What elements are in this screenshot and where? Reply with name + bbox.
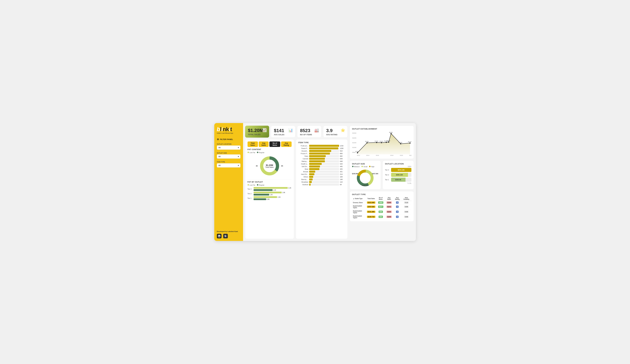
item-bar-harddrink: Hard Dri... 214 <box>298 173 345 175</box>
outlet-size-select[interactable]: All ▾ <box>217 154 240 159</box>
tab-avg-rating[interactable]: Avg Rating <box>281 142 292 147</box>
item-type-title: ITEM TYPE <box>298 142 345 144</box>
avg-rating-super2: 4 <box>393 209 402 214</box>
tab-avg-sales[interactable]: Avg Sales <box>259 142 268 147</box>
kpi-no-items: 🏭 8523 NO OF ITEMS <box>297 126 322 138</box>
outlet-type-super3: Supermarket Type3 <box>352 214 366 219</box>
avg-rating-icon: ⭐ <box>340 128 345 133</box>
linkedin-icon[interactable] <box>217 234 222 238</box>
svg-point-11 <box>381 142 382 143</box>
svg-text:2016: 2016 <box>376 155 379 156</box>
kpi-total-sales: 📈 $1.20M TOTAL SALES <box>245 126 269 138</box>
outlet-type-card: OUTLET TYPE ▲ Outlet Type Total Sales No… <box>350 191 414 221</box>
loc-tier3-row: Tier 3 $472.13K <box>385 168 412 172</box>
establishment-chart-svg: $250K $200K $150K $100K $50K <box>352 131 412 157</box>
svg-point-14 <box>390 133 392 134</box>
item-type-card: ITEM TYPE Fruits an... 1232 Snack F... 1… <box>296 139 348 239</box>
sidebar: blinkit India's Last Minute App ⚙ FILTER… <box>214 123 243 241</box>
outlet-establishment-card: OUTLET ESTABLISHMENT $250K $200K $150K $… <box>350 126 414 159</box>
tab-row: Total Sales Avg Sales No of Items Avg Ra… <box>248 142 292 147</box>
svg-text:2014: 2014 <box>366 155 369 156</box>
item-bar-fruits: Fruits an... 1232 <box>298 145 345 147</box>
avg-sales-super2: $142 <box>385 209 393 214</box>
visibility-super2: 0.06 <box>402 209 412 214</box>
item-type-filter: ITEM TYPE All ▾ <box>217 161 240 168</box>
total-sales-super2: $131.48K <box>366 209 376 214</box>
right-panel: OUTLET ESTABLISHMENT $250K $200K $150K $… <box>350 123 416 241</box>
visibility-super1: 0.06 <box>402 204 412 209</box>
item-bar-snack: Snack F... 1200 <box>298 147 345 149</box>
svg-marker-7 <box>358 134 410 154</box>
item-bar-frozen: Frozen F... 856 <box>298 153 345 155</box>
no-items-label: NO OF ITEMS <box>300 134 318 136</box>
outlet-establishment-title: OUTLET ESTABLISHMENT <box>352 128 412 130</box>
item-bar-meat: Meat 425 <box>298 168 345 170</box>
avg-sales-icon: 📊 <box>288 128 293 133</box>
outlet-type-title: OUTLET TYPE <box>352 193 412 195</box>
svg-text:2012: 2012 <box>357 155 360 156</box>
filter-panel-header: ⚙ FILTER PANEL <box>217 138 240 141</box>
main-content: 📈 $1.20M TOTAL SALES 📊 $141 AVG SALES 🏭 … <box>243 123 350 241</box>
outlet-location-filter: OUTLET LOCATION All ▾ <box>217 143 240 150</box>
item-bar-breakfast: Breakfast 110 <box>298 181 345 183</box>
kpi-avg-sales: 📊 $141 AVG SALES <box>271 126 295 138</box>
social-icons <box>217 234 240 238</box>
svg-text:2020: 2020 <box>400 155 403 156</box>
item-bar-household: Househ... 910 <box>298 150 345 152</box>
table-row: Supermarket Type3 $130.71K 935 $140 4 0.… <box>352 214 412 219</box>
avg-rating-label: AVG RATING <box>326 134 344 136</box>
avg-sales-label: AVG SALES <box>274 134 292 136</box>
svg-point-15 <box>400 143 401 144</box>
col-avg-rating: Avg Rating <box>393 196 402 201</box>
outlet-size-label: OUTLET SIZE <box>217 152 240 154</box>
svg-text:$129K: $129K <box>398 142 402 143</box>
tab-total-sales[interactable]: Total Sales <box>248 142 258 147</box>
outlet-type-super1: Supermarket Type1 <box>352 204 366 209</box>
outlet-type-table: ▲ Outlet Type Total Sales No of Items Av… <box>352 196 412 219</box>
filter-panel-label: FILTER PANEL <box>220 138 233 141</box>
no-items-icon: 🏭 <box>314 128 319 133</box>
item-bar-health: Health a... 520 <box>298 163 345 165</box>
outlet-size-legend: Medium Small High <box>352 166 378 168</box>
kpi-row: 📈 $1.20M TOTAL SALES 📊 $141 AVG SALES 🏭 … <box>245 126 348 138</box>
col-total-sales: Total Sales <box>366 196 376 201</box>
outlet-type-super2: Supermarket Type2 <box>352 209 366 214</box>
logo-subtitle: India's Last Minute App <box>217 132 240 134</box>
dashboard: blinkit India's Last Minute App ⚙ FILTER… <box>214 123 416 241</box>
table-row: Supermarket Type2 $131.48K 928 $142 4 0.… <box>352 209 412 214</box>
outlet-type-grocery: Grocery Store <box>352 201 366 204</box>
item-type-bars: Fruits an... 1232 Snack F... 1200 Househ… <box>298 145 345 186</box>
avg-rating-super3: 4 <box>393 214 402 219</box>
item-bar-baking: Baking ... 648 <box>298 160 345 162</box>
svg-text:2018: 2018 <box>390 155 393 156</box>
total-sales-icon: 📈 <box>262 128 267 132</box>
table-header-row: ▲ Outlet Type Total Sales No of Items Av… <box>352 196 412 201</box>
sidebar-footer: Developed by Lakshmi Kant <box>217 231 240 238</box>
visibility-super3: 0.06 <box>402 214 412 219</box>
donut-left-label: 3K <box>256 165 258 167</box>
outlet-size-card: OUTLET SIZE Medium Small High $248.99K <box>350 161 381 189</box>
globe-icon[interactable] <box>223 234 228 238</box>
tab-no-items[interactable]: No of Items <box>270 142 280 147</box>
avg-rating-super1: 4 <box>393 204 402 209</box>
svg-text:$250K: $250K <box>352 132 356 134</box>
total-sales-super1: $787.55K <box>366 204 376 209</box>
svg-text:$132K: $132K <box>374 141 378 142</box>
outlet-size-donut: $248.99K $507.90K $444.79K <box>352 169 378 187</box>
dev-label: Developed by Lakshmi Kant <box>217 231 240 232</box>
item-bar-softdrink: Soft Dri... 445 <box>298 166 345 168</box>
item-type-label: ITEM TYPE <box>217 161 240 163</box>
item-type-select[interactable]: All ▾ <box>217 163 240 168</box>
svg-text:2022: 2022 <box>409 155 412 156</box>
items-super2: 928 <box>376 209 385 214</box>
outlet-size-filter: OUTLET SIZE All ▾ <box>217 152 240 159</box>
donut-right-label: 6K <box>281 165 283 167</box>
outlet-location-select[interactable]: All ▾ <box>217 146 240 150</box>
col-outlet-type: ▲ Outlet Type <box>352 196 366 201</box>
total-sales-label: TOTAL SALES <box>248 134 266 136</box>
avg-sales-super1: $141 <box>385 204 393 209</box>
fat-outlet-tier1: Tier 1 1.5K 0.8K <box>248 196 292 200</box>
fat-content-title: FAT CONTENT <box>248 148 292 151</box>
svg-point-9 <box>366 142 368 143</box>
logo-text: blinkit <box>217 127 240 132</box>
